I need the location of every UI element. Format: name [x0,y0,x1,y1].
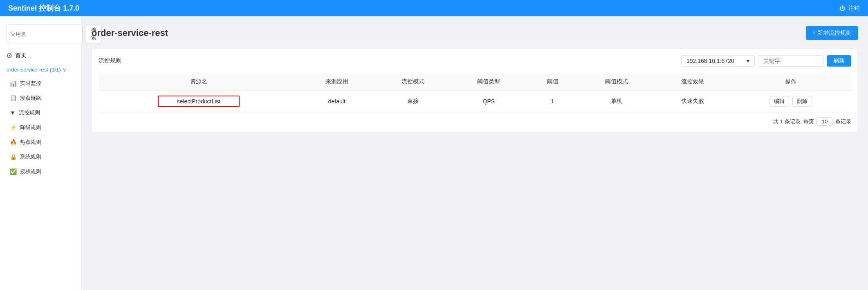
hotspot-label: 热点规则 [20,138,41,146]
page-title: order-service-rest [92,28,168,38]
search-area: 搜索 [0,20,81,47]
col-threshold-mode: 阈值模式 [579,73,655,91]
hotspot-icon: 🔥 [10,139,17,145]
home-label: 首页 [15,52,27,59]
sidebar-item-auth[interactable]: ✅ 授权规则 [3,164,81,179]
col-resource: 资源名 [99,73,299,91]
app-name: order-service-rest [7,67,48,73]
table-label: 流控规则 [99,57,121,65]
sub-nav: 📊 实时监控 📋 簇点链路 ▼ 流控规则 ⚡ 降级规则 🔥 热点规则 🔒 系 [0,76,81,179]
resource-cell: selectProductList [99,91,299,112]
total-text: 共 1 条记录, 每页 [773,118,814,125]
page-header: order-service-rest + 新增流控规则 [92,26,858,40]
layout: 搜索 ⊙ 首页 order-service-rest (1/1) ∨ 📊 实时监… [0,16,868,290]
realtime-icon: 📊 [10,80,17,87]
server-select[interactable]: 192.168.10.1:8720 ▾ [681,55,755,67]
add-flow-rule-button[interactable]: + 新增流控规则 [806,26,858,40]
pagination-area: 共 1 条记录, 每页 条记录 [99,117,851,126]
app-count: (1/1) [50,67,61,73]
sidebar-item-system[interactable]: 🔒 系统规则 [3,149,81,164]
table-header-row: 资源名 来源应用 流控模式 阈值类型 阈值 阈值模式 流控效果 操作 [99,73,851,91]
search-input[interactable] [7,25,83,43]
col-source-app: 来源应用 [299,73,375,91]
actions-cell: 编辑 删除 [731,91,851,112]
logout-label: 注销 [848,4,860,12]
table-row: selectProductList default 直接 QPS 1 单机 快速… [99,91,851,112]
degrade-icon: ⚡ [10,124,17,131]
sidebar-app-item[interactable]: order-service-rest (1/1) ∨ [0,63,81,76]
main-content: order-service-rest + 新增流控规则 流控规则 192.168… [82,16,868,290]
app-title: Sentinel 控制台 1.7.0 [8,3,79,13]
delete-button[interactable]: 删除 [792,96,812,107]
sidebar: 搜索 ⊙ 首页 order-service-rest (1/1) ∨ 📊 实时监… [0,16,82,290]
header: Sentinel 控制台 1.7.0 ⏻ 注销 [0,0,868,16]
flow-mode-cell: 直接 [375,91,451,112]
auth-label: 授权规则 [20,168,41,175]
flow-icon: ▼ [10,109,16,116]
server-address: 192.168.10.1:8720 [686,58,734,64]
flow-rules-table: 资源名 来源应用 流控模式 阈值类型 阈值 阈值模式 流控效果 操作 selec… [99,73,851,112]
degrade-label: 降级规则 [20,124,41,131]
page-size-suffix: 条记录 [835,118,851,125]
threshold-cell: 1 [527,91,579,112]
sidebar-item-home[interactable]: ⊙ 首页 [0,47,81,63]
sidebar-item-flow[interactable]: ▼ 流控规则 [3,105,81,120]
threshold-mode-cell: 单机 [579,91,655,112]
cluster-icon: 📋 [10,95,17,101]
col-flow-effect: 流控效果 [655,73,731,91]
system-icon: 🔒 [10,154,17,160]
logout-icon: ⏻ [839,5,845,11]
table-toolbar: 流控规则 192.168.10.1:8720 ▾ 刷新 [99,55,851,67]
edit-button[interactable]: 编辑 [769,96,789,107]
resource-name: selectProductList [158,96,240,107]
sidebar-item-degrade[interactable]: ⚡ 降级规则 [3,120,81,135]
col-actions: 操作 [731,73,851,91]
table-card: 流控规则 192.168.10.1:8720 ▾ 刷新 资源名 来源应用 流控模… [92,48,858,133]
home-icon: ⊙ [7,51,12,59]
toolbar-right: 192.168.10.1:8720 ▾ 刷新 [681,55,851,67]
system-label: 系统规则 [20,153,41,161]
threshold-type-cell: QPS [451,91,527,112]
col-threshold-type: 阈值类型 [451,73,527,91]
cluster-label: 簇点链路 [20,94,41,102]
dropdown-arrow-icon: ▾ [747,58,749,64]
page-size-input[interactable] [816,117,833,126]
sidebar-item-realtime[interactable]: 📊 实时监控 [3,76,81,91]
logout-area[interactable]: ⏻ 注销 [839,4,860,12]
col-threshold: 阈值 [527,73,579,91]
realtime-label: 实时监控 [20,80,41,87]
source-app-cell: default [299,91,375,112]
chevron-down-icon: ∨ [63,67,67,73]
col-flow-mode: 流控模式 [375,73,451,91]
keyword-input[interactable] [758,55,823,67]
refresh-button[interactable]: 刷新 [827,55,851,67]
flow-label: 流控规则 [19,109,40,116]
sidebar-item-cluster[interactable]: 📋 簇点链路 [3,91,81,105]
auth-icon: ✅ [10,168,17,175]
flow-effect-cell: 快速失败 [655,91,731,112]
sidebar-item-hotspot[interactable]: 🔥 热点规则 [3,135,81,149]
